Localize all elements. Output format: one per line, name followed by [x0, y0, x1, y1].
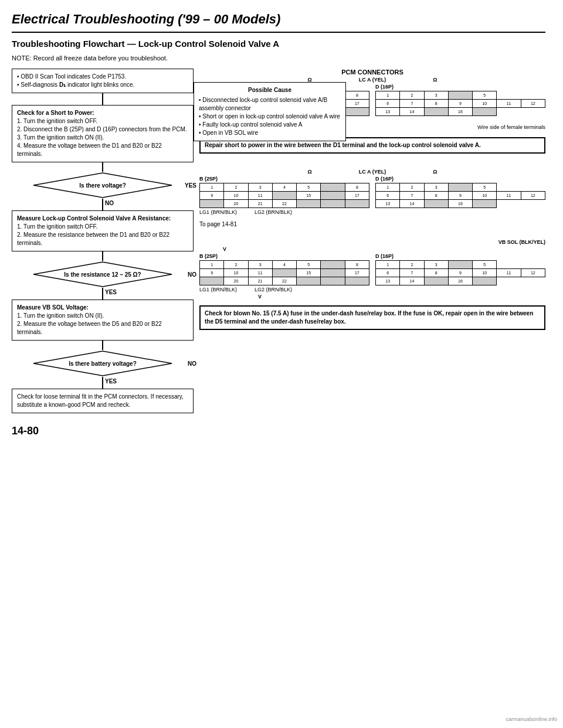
flow-line-3: [102, 199, 103, 210]
box2: Check for a Short to Power: 1. Turn the …: [12, 105, 194, 162]
flow-line-4: [102, 251, 103, 261]
no-branch-1: NO: [12, 199, 194, 210]
flow-line-6: [102, 341, 103, 350]
lg-labels-2: LG1 (BRN/BLK) LG2 (BRN/BLK): [199, 209, 545, 215]
yes-branch-3: YES: [12, 377, 194, 389]
box3-step2: 2. Measure the resistance between the D1…: [17, 231, 188, 247]
box2-step1: 1. Turn the ignition switch OFF.: [17, 117, 188, 125]
box4: Measure VB SOL Voltage: 1. Turn the igni…: [12, 300, 194, 341]
box6-content: Check for loose terminal fit in the PCM …: [17, 393, 188, 409]
possible-cause-title: Possible Cause: [199, 86, 341, 94]
box1: • OBD II Scan Tool indicates Code P1753.…: [12, 69, 194, 93]
page-title: Electrical Troubleshooting ('99 – 00 Mod…: [12, 12, 545, 27]
diamond2-container: Is the resistance 12 – 25 Ω? NO: [12, 261, 194, 288]
b25p-label-2: B (25P): [199, 176, 369, 182]
no-label-2: NO: [188, 271, 196, 278]
omega-left-2: Ω: [308, 169, 312, 175]
page-number-container: 14-80: [12, 425, 545, 437]
flow-line-1: [102, 93, 103, 105]
v-symbol-bottom: V: [199, 294, 545, 300]
box3: Measure Lock-up Control Solenoid Valve A…: [12, 210, 194, 251]
possible-cause-line2: • Short or open in lock-up control solen…: [199, 113, 341, 121]
d16p-row2: 6 7 8 9 10 11 12: [376, 100, 545, 108]
connector-blocks-3: B (25P) 123458 910111517 202122 D (16P) …: [199, 253, 545, 285]
lca-label: LC A (YEL): [359, 77, 386, 83]
yes-branch-2: YES: [12, 288, 194, 300]
omega-right-2: Ω: [433, 169, 437, 175]
flow-line-2: [102, 162, 103, 172]
note-text: NOTE: Record all freeze data before you …: [12, 55, 545, 62]
yes-label-3: YES: [105, 378, 117, 385]
box1-line2: • Self-diagnosis D₁ indicator light blin…: [17, 81, 188, 89]
possible-cause-line1: • Disconnected lock-up control solenoid …: [199, 96, 341, 113]
d16p-label: D (16P): [375, 84, 545, 90]
lg-labels-3: LG1 (BRN/BLK) LG2 (BRN/BLK): [199, 287, 545, 292]
box4-step1: 1. Turn the ignition switch ON (II).: [17, 312, 188, 320]
page-number: 14-80: [12, 425, 545, 437]
lg1-label-3: LG1 (BRN/BLK): [199, 287, 237, 292]
flow-line-5: [102, 288, 103, 300]
d16p-block: D (16P) 1 2 3 5 6 7 8 9: [375, 84, 545, 116]
diamond1-container: Is there voltage? YES: [12, 172, 194, 199]
lg2-label-3: LG2 (BRN/BLK): [255, 287, 292, 292]
box3-title: Measure Lock-up Control Solenoid Valve A…: [17, 215, 188, 223]
page-subtitle: Troubleshooting Flowchart — Lock-up Cont…: [12, 39, 545, 49]
b25p-label-3: B (25P): [199, 253, 369, 259]
box2-step3: 3. Turn the ignition switch ON (II).: [17, 134, 188, 142]
possible-cause-line3: • Faulty lock-up control solenoid valve …: [199, 121, 341, 129]
omega-right: Ω: [433, 77, 437, 83]
b25p-block-3: B (25P) 123458 910111517 202122: [199, 253, 369, 285]
diamond3-container: Is there battery voltage? NO: [12, 350, 194, 377]
box2-step4: 4. Measure the voltage between the D1 an…: [17, 142, 188, 158]
diamond2-label: Is the resistance 12 – 25 Ω?: [64, 271, 141, 278]
lg1-label-2: LG1 (BRN/BLK): [199, 209, 237, 215]
d16p-block-2: D (16P) 1235 6789101112 131416: [375, 176, 545, 208]
connector-blocks-2: B (25P) 123458 910111517 202122 D (16P) …: [199, 176, 545, 208]
box4-step2: 2. Measure the voltage between the D5 an…: [17, 320, 188, 336]
box5: Check for blown No. 15 (7.5 A) fuse in t…: [199, 305, 545, 330]
to-page: To page 14-81: [199, 221, 237, 227]
diamond3-label: Is there battery voltage?: [69, 360, 137, 367]
title-divider: [12, 32, 545, 33]
b25p-block-2: B (25P) 123458 910111517 202122: [199, 176, 369, 208]
pcm-title: PCM CONNECTORS: [199, 69, 545, 76]
box3-step1: 1. Turn the ignition switch OFF.: [17, 223, 188, 231]
d16p-table: 1 2 3 5 6 7 8 9 10 11: [375, 91, 545, 116]
no-label-3: NO: [188, 360, 196, 367]
box2-step2: 2. Disconnect the B (25P) and D (16P) co…: [17, 125, 188, 134]
box6: Check for loose terminal fit in the PCM …: [12, 389, 194, 413]
d16p-row1: 1 2 3 5: [376, 91, 545, 100]
d16p-row3: 13 14 16: [376, 108, 545, 116]
vb-sol-label: VB SOL (BLK/YEL): [199, 239, 545, 245]
d16p-label-2: D (16P): [375, 176, 545, 182]
yes-label-1: YES: [185, 182, 196, 189]
lca-label-2: LC A (YEL): [359, 169, 386, 175]
lca-yel-row-2: Ω LC A (YEL) Ω: [199, 169, 545, 175]
pcm-section-3: VB SOL (BLK/YEL) V B (25P) 123458 910111…: [199, 239, 545, 300]
box1-line1: • OBD II Scan Tool indicates Code P1753.: [17, 73, 188, 81]
flowchart-left: • OBD II Scan Tool indicates Code P1753.…: [12, 69, 194, 413]
yes-label-2: YES: [105, 289, 117, 295]
lg2-label-2: LG2 (BRN/BLK): [255, 209, 292, 215]
flow-line-7: [102, 377, 103, 389]
v-symbol-row: V: [199, 246, 545, 252]
watermark: carmanualsonline.info: [506, 716, 557, 722]
box4-title: Measure VB SOL Voltage:: [17, 304, 188, 312]
b25p-table-2: 123458 910111517 202122: [199, 183, 369, 208]
no-label-1: NO: [105, 200, 114, 206]
d16p-table-3: 1235 6789101112 131416: [375, 260, 545, 285]
possible-cause-box: Possible Cause • Disconnected lock-up co…: [194, 82, 346, 141]
pcm-section-2: Ω LC A (YEL) Ω B (25P) 123458 910111517 …: [199, 169, 545, 219]
d16p-table-2: 1235 6789101112 131416: [375, 183, 545, 208]
d16p-block-3: D (16P) 1235 6789101112 131416: [375, 253, 545, 285]
possible-cause-line4: • Open in VB SOL wire: [199, 129, 341, 137]
diamond1-label: Is there voltage?: [79, 182, 126, 189]
v-symbol: V: [223, 246, 226, 252]
d16p-label-3: D (16P): [375, 253, 545, 259]
box2-title: Check for a Short to Power:: [17, 109, 188, 117]
b25p-table-3: 123458 910111517 202122: [199, 260, 369, 285]
